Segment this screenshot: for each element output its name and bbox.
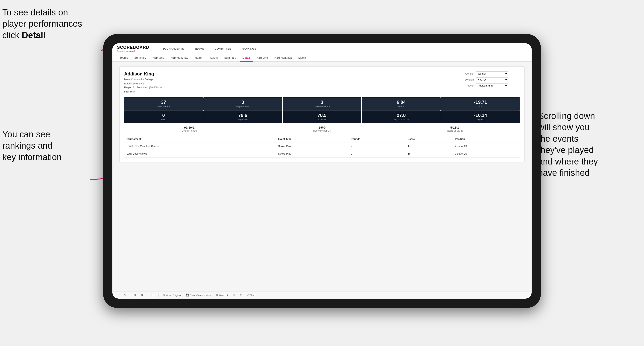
stat-adj-score-label: Adj Score xyxy=(284,119,360,121)
player-control: Player Addison King xyxy=(460,83,520,88)
row1-score: 17 xyxy=(406,142,452,150)
annot-bl-line1: You can see xyxy=(2,130,50,139)
row2-tournament: Lady Coyote Invite xyxy=(124,150,276,158)
annot-tl-line2: player performances xyxy=(2,19,82,28)
gender-label: Gender xyxy=(460,72,474,75)
sub-nav: Teams Summary H2H Grid H2H Heatmap Matri… xyxy=(112,54,532,62)
record-top50-value: 5-11-1 xyxy=(390,126,520,129)
watch-icon: 👁 xyxy=(216,294,218,297)
record-top25: 1-5-0 Record vs top 25 xyxy=(257,126,387,132)
row1-position: 4 out of 20 xyxy=(452,142,520,150)
tab-matrix2[interactable]: Matrix xyxy=(296,54,309,62)
save-label: Save Custom View xyxy=(190,294,211,297)
stat-conference-rank-value: 3 xyxy=(284,100,360,105)
share-button[interactable]: ↗ Share xyxy=(245,293,258,297)
nav-rankings[interactable]: RANKINGS xyxy=(240,46,258,51)
settings-button[interactable]: ⚙ xyxy=(140,293,145,297)
player-college: Mesa Community College xyxy=(124,78,153,81)
app-container: SCOREBOARD Powered by clippd TOURNAMENTS… xyxy=(112,43,532,299)
tab-h2h-grid2[interactable]: H2H Grid xyxy=(254,54,271,62)
row2-event-type: Stroke Play xyxy=(276,150,348,158)
col-position: Position xyxy=(452,136,520,142)
tab-summary[interactable]: Summary xyxy=(132,54,149,62)
watch-button[interactable]: 👁 Watch ▾ xyxy=(214,293,230,297)
player-controls: Gender Women Division NJCAA I xyxy=(460,71,520,88)
annot-tl-detail: Detail xyxy=(22,30,45,40)
table-row[interactable]: Estella CC- Mountain Classic Stroke Play… xyxy=(124,142,520,150)
annot-bl-line2: rankings and xyxy=(2,141,52,151)
col-tournament: Tournament xyxy=(124,136,276,142)
clock-button[interactable]: 🕐 xyxy=(150,293,156,297)
table-row[interactable]: Lady Coyote Invite Stroke Play 2 16 7 ou… xyxy=(124,150,520,158)
stat-wins-value: 0 xyxy=(126,113,201,118)
nav-committee[interactable]: COMMITTEE xyxy=(213,46,233,51)
stat-conference-rank: 3 Conference Rank xyxy=(282,97,362,110)
stat-avg-sg-label: Avg SG xyxy=(443,119,518,121)
logo-clippd: clippd xyxy=(128,50,135,52)
stat-avg-par-label: Avg Score to Par xyxy=(364,119,439,121)
stat-points-value: 6.04 xyxy=(364,100,439,105)
view-original-button[interactable]: 👁 View: Original xyxy=(161,293,183,297)
tablet: SCOREBOARD Powered by clippd TOURNAMENTS… xyxy=(103,34,541,308)
annot-r-line4: they've played xyxy=(538,145,594,155)
stat-avg-par: 27.8 Avg Score to Par xyxy=(362,110,440,123)
refresh-button[interactable]: ⟳ xyxy=(133,293,138,297)
stat-sos-value: -19.71 xyxy=(443,100,518,105)
annotation-top-left: To see details on player performances cl… xyxy=(2,7,101,41)
row1-event-type: Stroke Play xyxy=(276,142,348,150)
annot-bl-line3: key information xyxy=(2,152,62,162)
stat-sos-label: SoS xyxy=(443,105,518,108)
player-select[interactable]: Addison King xyxy=(476,83,508,88)
tab-detail[interactable]: Detail xyxy=(240,54,253,62)
toolbar-sep3: | xyxy=(158,294,159,297)
share-icon: ↗ xyxy=(247,294,249,297)
col-event-type: Event Type xyxy=(276,136,348,142)
toolbar-sep2: | xyxy=(147,294,148,297)
annotation-right: Scrolling down will show you the events … xyxy=(538,110,642,178)
table-body: Estella CC- Mountain Classic Stroke Play… xyxy=(124,142,520,158)
col-rounds: Rounds xyxy=(348,136,406,142)
tab-h2h-grid[interactable]: H2H Grid xyxy=(150,54,167,62)
player-year: First Year xyxy=(124,90,135,93)
stat-adj-score-value: 78.5 xyxy=(284,113,360,118)
nav-tournaments[interactable]: TOURNAMENTS xyxy=(161,46,186,51)
bottom-toolbar: ↩ ↪ | ⟳ ⚙ | 🕐 | 👁 View: Original 💾 Save … xyxy=(112,291,532,299)
redo-button[interactable]: ↪ xyxy=(123,293,128,297)
watch-label: Watch xyxy=(219,294,226,297)
col-score: Score xyxy=(406,136,452,142)
logo-scoreboard: SCOREBOARD xyxy=(117,45,149,50)
tab-h2h-heatmap[interactable]: H2H Heatmap xyxy=(168,54,191,62)
record-overall: 91-20-1 Overall Record xyxy=(124,126,254,132)
tab-summary2[interactable]: Summary xyxy=(221,54,238,62)
player-label: Player xyxy=(460,84,474,87)
stat-national-rank-label: National Rank xyxy=(126,105,201,108)
tab-h2h-heatmap2[interactable]: H2H Heatmap xyxy=(272,54,294,62)
main-content[interactable]: Addison King Mesa Community College NJCA… xyxy=(112,62,532,291)
stat-avg-sg: -10.14 Avg SG xyxy=(441,110,520,123)
monitor-button[interactable]: 🖥 xyxy=(232,293,237,297)
watch-chevron: ▾ xyxy=(227,294,228,297)
save-custom-view-button[interactable]: 💾 Save Custom View xyxy=(184,293,212,297)
division-select[interactable]: NJCAA I xyxy=(476,77,508,82)
tab-players[interactable]: Players xyxy=(206,54,220,62)
table-header: Tournament Event Type Rounds Score Posit… xyxy=(124,136,520,142)
tab-teams[interactable]: Teams xyxy=(117,54,130,62)
player-division: NJCAA Division 1 xyxy=(124,82,144,85)
content-panel: Addison King Mesa Community College NJCA… xyxy=(119,66,525,163)
stat-regional-rank-value: 3 xyxy=(205,100,280,105)
stat-adj-score: 78.5 Adj Score xyxy=(282,110,362,123)
stat-national-rank: 37 National Rank xyxy=(124,97,203,110)
stat-conference-rank-label: Conference Rank xyxy=(284,105,360,108)
annot-tl-line1: To see details on xyxy=(2,7,68,17)
records-row: 91-20-1 Overall Record 1-5-0 Record vs t… xyxy=(124,126,520,132)
top-nav: SCOREBOARD Powered by clippd TOURNAMENTS… xyxy=(112,43,532,54)
gender-select[interactable]: Women xyxy=(476,71,508,76)
row2-position: 7 out of 20 xyxy=(452,150,520,158)
view-icon: 👁 xyxy=(162,294,165,297)
undo-button[interactable]: ↩ xyxy=(116,293,121,297)
grid-button[interactable]: ⊞ xyxy=(238,293,244,297)
stat-avg-score-label: Avg Score xyxy=(205,119,280,121)
tab-matrix[interactable]: Matrix xyxy=(192,54,205,62)
stat-wins-label: Wins xyxy=(126,119,201,121)
nav-teams[interactable]: TEAMS xyxy=(192,46,206,51)
